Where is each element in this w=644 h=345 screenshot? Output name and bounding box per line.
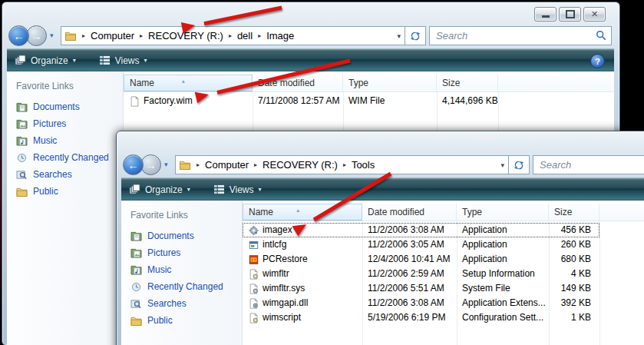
column-header-name[interactable]: Name bbox=[124, 75, 253, 91]
command-bar: Organize Views bbox=[7, 48, 614, 72]
search-input[interactable] bbox=[533, 156, 644, 174]
breadcrumb-item-dell[interactable]: dell bbox=[237, 30, 253, 41]
breadcrumb-item-computer[interactable]: Computer bbox=[205, 159, 249, 171]
column-headers: Name Date modified Type Size bbox=[124, 75, 614, 92]
column-header-size[interactable]: Size bbox=[437, 75, 498, 91]
sidebar-item-label: Public bbox=[147, 315, 173, 326]
file-row-imagex[interactable]: imagex 11/2/2006 3:08 AM Application 456… bbox=[243, 223, 599, 237]
sidebar-item-searches[interactable]: Searches bbox=[121, 295, 242, 312]
file-size: 4,144,696 KB bbox=[437, 94, 498, 108]
sidebar-item-music[interactable]: Music bbox=[121, 261, 242, 278]
file-row-wimgapi-dll[interactable]: wimgapi.dll 11/2/2006 3:08 AM Applicatio… bbox=[243, 296, 599, 310]
maximize-button[interactable] bbox=[559, 7, 581, 22]
caption-buttons bbox=[534, 7, 606, 22]
column-header-date-modified[interactable]: Date modified bbox=[253, 75, 343, 91]
sidebar-item-public[interactable]: Public bbox=[121, 312, 242, 329]
sidebar-item-searches[interactable]: Searches bbox=[7, 166, 123, 183]
file-name: Factory.wim bbox=[144, 94, 193, 108]
file-date: 7/11/2008 12:57 AM bbox=[253, 94, 343, 108]
file-row-wimfltr[interactable]: wimfltr 11/2/2006 2:59 AM Setup Informat… bbox=[243, 267, 599, 281]
address-row: ← → Computer RECOVERY (R:) dell Image bbox=[2, 25, 619, 45]
sidebar-item-pictures[interactable]: Pictures bbox=[7, 115, 123, 132]
command-bar: Organize Views bbox=[121, 177, 644, 201]
sidebar-item-label: Pictures bbox=[147, 247, 180, 258]
file-row-intlcfg[interactable]: intlcfg 11/2/2006 3:05 AM Application 26… bbox=[243, 237, 599, 252]
breadcrumb-item-image[interactable]: Image bbox=[266, 30, 294, 41]
sidebar-item-music[interactable]: Music bbox=[7, 132, 123, 149]
recently-changed-icon bbox=[130, 282, 142, 292]
breadcrumb-item-computer[interactable]: Computer bbox=[91, 30, 134, 41]
sidebar-item-pictures[interactable]: Pictures bbox=[121, 244, 242, 261]
file-type: WIM File bbox=[343, 94, 437, 108]
file-row-wimscript[interactable]: wimscript 5/19/2006 6:19 PM Configuratio… bbox=[243, 310, 599, 325]
address-dropdown-icon[interactable] bbox=[397, 32, 401, 40]
sidebar-item-label: Public bbox=[33, 186, 58, 197]
folder-icon bbox=[179, 160, 191, 170]
refresh-icon bbox=[410, 31, 421, 41]
file-row-factory-wim[interactable]: Factory.wim 7/11/2008 12:57 AM WIM File … bbox=[124, 94, 498, 108]
breadcrumb-item-recovery[interactable]: RECOVERY (R:) bbox=[263, 159, 338, 171]
sidebar-item-recently-changed[interactable]: Recently Changed bbox=[121, 278, 242, 295]
views-label: Views bbox=[115, 55, 140, 66]
column-header-size[interactable]: Size bbox=[549, 204, 599, 221]
refresh-button[interactable] bbox=[405, 26, 426, 45]
views-button[interactable]: Views bbox=[91, 49, 155, 71]
column-header-type[interactable]: Type bbox=[343, 75, 437, 91]
minimize-button[interactable] bbox=[534, 7, 556, 22]
sidebar-item-label: Recently Changed bbox=[147, 281, 223, 292]
explorer-window-tools: ← → Computer RECOVERY (R:) Tools bbox=[116, 131, 644, 345]
forward-button[interactable]: → bbox=[140, 154, 161, 175]
column-header-type[interactable]: Type bbox=[457, 204, 549, 221]
refresh-button[interactable] bbox=[508, 155, 530, 174]
sidebar-item-public[interactable]: Public bbox=[7, 183, 123, 200]
dll-file-icon bbox=[248, 298, 259, 309]
back-button[interactable]: ← bbox=[8, 25, 29, 46]
breadcrumb-item-recovery[interactable]: RECOVERY (R:) bbox=[148, 30, 223, 41]
application-window-icon bbox=[248, 240, 259, 250]
recent-pages-chevron-icon[interactable] bbox=[50, 32, 54, 39]
sort-ascending-icon bbox=[296, 203, 299, 218]
sidebar-item-recently-changed[interactable]: Recently Changed bbox=[7, 149, 123, 166]
sidebar-item-label: Music bbox=[33, 135, 57, 146]
address-row: ← → Computer RECOVERY (R:) Tools bbox=[117, 154, 644, 174]
recent-pages-chevron-icon[interactable] bbox=[164, 161, 168, 168]
system-file-icon bbox=[248, 284, 259, 294]
sort-ascending-icon bbox=[182, 74, 185, 89]
file-type: Application bbox=[457, 252, 549, 267]
navigation-pane: Favorite Links Documents Pictur bbox=[121, 201, 243, 345]
help-button[interactable] bbox=[590, 54, 605, 68]
search-box bbox=[429, 26, 612, 45]
sidebar-item-documents[interactable]: Documents bbox=[121, 227, 242, 244]
breadcrumb[interactable]: Computer RECOVERY (R:) Tools bbox=[175, 155, 510, 174]
file-date: 11/2/2006 3:08 AM bbox=[362, 296, 457, 310]
file-size: 260 KB bbox=[549, 237, 599, 252]
organize-button[interactable]: Organize bbox=[121, 178, 198, 201]
file-row-pcrestore[interactable]: PCRestore 12/4/2006 10:41 AM Application… bbox=[243, 252, 599, 267]
application-gear-icon bbox=[248, 225, 259, 236]
file-list: Name Date modified Type Size bbox=[243, 201, 644, 345]
refresh-icon bbox=[514, 160, 524, 171]
column-header-date-modified[interactable]: Date modified bbox=[362, 204, 457, 221]
views-button[interactable]: Views bbox=[206, 178, 269, 201]
sidebar-item-documents[interactable]: Documents bbox=[7, 98, 123, 115]
address-dropdown-icon[interactable] bbox=[500, 161, 504, 169]
breadcrumb[interactable]: Computer RECOVERY (R:) dell Image bbox=[61, 26, 406, 45]
column-header-name[interactable]: Name bbox=[243, 204, 362, 221]
breadcrumb-separator-icon bbox=[249, 161, 263, 168]
minimize-icon bbox=[542, 15, 550, 18]
file-size: 1 KB bbox=[549, 310, 599, 325]
file-type: Application Extens... bbox=[457, 296, 549, 310]
window-body: Favorite Links Documents Pictur bbox=[121, 201, 644, 345]
file-name: wimgapi.dll bbox=[263, 296, 308, 310]
close-button[interactable] bbox=[583, 7, 606, 22]
documents-icon bbox=[16, 102, 28, 112]
search-icon[interactable] bbox=[596, 30, 606, 41]
organize-button[interactable]: Organize bbox=[7, 49, 84, 71]
back-button[interactable]: ← bbox=[123, 154, 144, 175]
breadcrumb-item-tools[interactable]: Tools bbox=[352, 159, 375, 171]
forward-button[interactable]: → bbox=[26, 25, 47, 46]
file-row-wimfltr-sys[interactable]: wimfltr.sys 11/2/2006 5:51 AM System Fil… bbox=[243, 281, 599, 296]
file-type: Setup Information bbox=[457, 267, 549, 281]
views-icon bbox=[213, 184, 225, 194]
search-input[interactable] bbox=[430, 27, 611, 45]
